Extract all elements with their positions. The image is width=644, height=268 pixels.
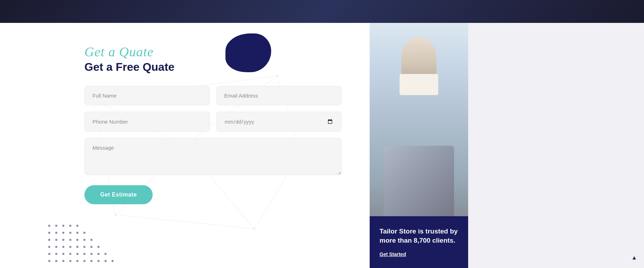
svg-line-7 (115, 215, 254, 229)
svg-point-35 (55, 246, 57, 248)
svg-point-52 (55, 260, 57, 262)
form-area: Get a Quate Get a Free Quate Get Estimat… (0, 23, 370, 268)
svg-point-16 (48, 225, 50, 227)
suit-shape (384, 146, 454, 216)
svg-point-31 (76, 239, 78, 241)
svg-point-48 (90, 253, 93, 255)
svg-point-43 (55, 253, 57, 255)
svg-point-20 (76, 225, 78, 227)
svg-point-38 (76, 246, 78, 248)
svg-point-36 (62, 246, 64, 248)
svg-point-14 (114, 213, 117, 216)
svg-point-27 (48, 239, 50, 241)
svg-point-55 (76, 260, 78, 262)
phone-input[interactable] (84, 112, 210, 132)
svg-point-39 (83, 246, 85, 248)
svg-point-45 (69, 253, 71, 255)
heading-main: Get a Free Quate (84, 60, 342, 74)
side-image (370, 23, 468, 216)
svg-point-29 (62, 239, 64, 241)
svg-point-34 (48, 246, 50, 248)
svg-point-24 (69, 232, 71, 234)
heading-script: Get a Quate (84, 44, 342, 60)
email-input[interactable] (216, 86, 342, 105)
svg-point-50 (104, 253, 107, 255)
form-content: Get a Quate Get a Free Quate Get Estimat… (84, 44, 342, 204)
full-name-input[interactable] (84, 86, 210, 105)
dots-decoration (46, 222, 123, 268)
svg-point-19 (69, 225, 71, 227)
svg-point-56 (83, 260, 85, 262)
side-cta: Tailor Store is trusted by more than 8,7… (370, 216, 468, 268)
top-bar-background (0, 0, 644, 23)
svg-point-28 (55, 239, 57, 241)
svg-point-54 (69, 260, 71, 262)
svg-point-23 (62, 232, 64, 234)
head-shape (401, 37, 436, 79)
svg-point-26 (83, 232, 85, 234)
get-started-link[interactable]: Get Started (380, 251, 406, 257)
svg-point-21 (48, 232, 50, 234)
svg-point-18 (62, 225, 64, 227)
main-section: Get a Quate Get a Free Quate Get Estimat… (0, 23, 644, 268)
svg-point-59 (104, 260, 107, 262)
svg-point-47 (83, 253, 85, 255)
svg-point-13 (253, 228, 256, 230)
svg-point-53 (62, 260, 64, 262)
svg-point-49 (97, 253, 100, 255)
svg-point-57 (90, 260, 93, 262)
svg-point-51 (48, 260, 50, 262)
svg-point-60 (111, 260, 114, 262)
svg-point-25 (76, 232, 78, 234)
get-estimate-button[interactable]: Get Estimate (84, 185, 153, 204)
svg-point-40 (90, 246, 93, 248)
right-extra: ▲ (468, 23, 644, 268)
side-panel: Tailor Store is trusted by more than 8,7… (370, 23, 468, 268)
svg-point-22 (55, 232, 57, 234)
side-cta-text: Tailor Store is trusted by more than 8,7… (380, 227, 458, 245)
svg-point-33 (90, 239, 93, 241)
svg-point-46 (76, 253, 78, 255)
form-row-2 (84, 112, 342, 132)
svg-point-41 (97, 246, 100, 248)
arrow-up-icon[interactable]: ▲ (631, 255, 637, 261)
svg-point-42 (48, 253, 50, 255)
svg-point-44 (62, 253, 64, 255)
message-textarea[interactable] (84, 138, 342, 175)
date-input[interactable] (216, 112, 342, 132)
svg-point-37 (69, 246, 71, 248)
svg-point-58 (97, 260, 100, 262)
form-row-1 (84, 86, 342, 105)
top-bar (0, 0, 644, 23)
svg-point-30 (69, 239, 71, 241)
shirt-shape (400, 74, 438, 95)
svg-point-32 (83, 239, 85, 241)
svg-point-17 (55, 225, 57, 227)
